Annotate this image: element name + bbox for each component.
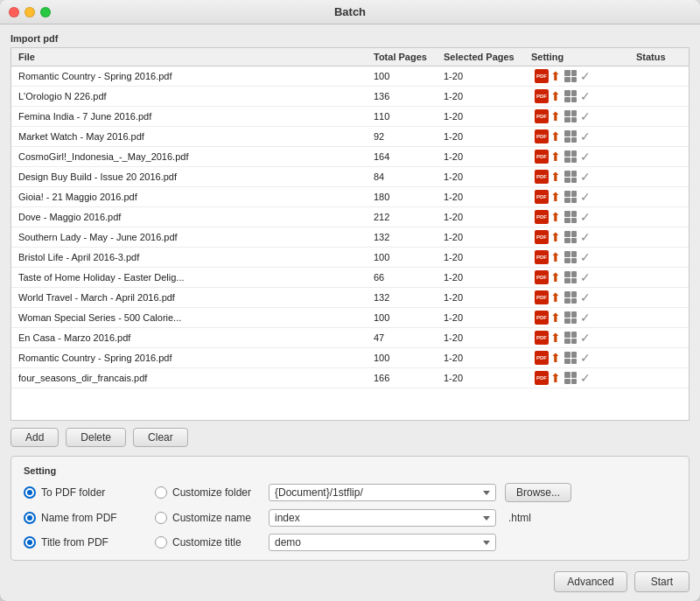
- customize-title-group: Customize title: [155, 536, 260, 549]
- bottom-buttons: Advanced Start: [10, 571, 690, 592]
- table-row[interactable]: Woman Special Series - 500 Calorie...100…: [11, 308, 689, 328]
- selected-pages: 1-20: [440, 271, 528, 283]
- customize-folder-group: Customize folder: [155, 486, 260, 499]
- setting-icons-cell[interactable]: PDF ⬆ ✓: [528, 369, 633, 387]
- total-pages: 100: [370, 70, 440, 82]
- setting-icons-cell[interactable]: PDF ⬆ ✓: [528, 349, 633, 367]
- check-icon: ✓: [580, 331, 591, 345]
- table-row[interactable]: four_seasons_dir_francais.pdf1661-20 PDF…: [11, 368, 689, 388]
- table-row[interactable]: En Casa - Marzo 2016.pdf471-20 PDF ⬆ ✓: [11, 328, 689, 348]
- window-title: Batch: [334, 5, 366, 18]
- advanced-button[interactable]: Advanced: [554, 571, 626, 592]
- table-row[interactable]: Femina India - 7 June 2016.pdf1101-20 PD…: [11, 107, 689, 127]
- setting-icons-cell[interactable]: PDF ⬆ ✓: [528, 67, 633, 85]
- table-row[interactable]: World Travel - March - April 2016.pdf132…: [11, 288, 689, 308]
- setting-icons-cell[interactable]: PDF ⬆ ✓: [528, 108, 633, 125]
- folder-dropdown[interactable]: {Document}/1stflip/: [269, 484, 496, 501]
- clear-button[interactable]: Clear: [133, 428, 188, 447]
- pdf-icon: PDF: [535, 371, 549, 385]
- to-pdf-folder-radio[interactable]: [24, 486, 36, 499]
- table-row[interactable]: Romantic Country - Spring 2016.pdf1001-2…: [11, 348, 689, 368]
- file-name: World Travel - March - April 2016.pdf: [15, 291, 370, 304]
- total-pages: 132: [370, 291, 440, 304]
- table-body[interactable]: Romantic Country - Spring 2016.pdf1001-2…: [11, 66, 689, 420]
- file-name: four_seasons_dir_francais.pdf: [15, 372, 370, 384]
- title-dropdown[interactable]: demo: [269, 534, 496, 551]
- setting-icons-cell[interactable]: PDF ⬆ ✓: [528, 128, 633, 145]
- setting-icons-cell[interactable]: PDF ⬆ ✓: [528, 289, 633, 306]
- pdf-icon: PDF: [535, 89, 549, 103]
- title-from-pdf-radio[interactable]: [24, 536, 36, 549]
- table-row[interactable]: CosmoGirl!_Indonesia_-_May_2016.pdf1641-…: [11, 147, 689, 167]
- total-pages: 84: [370, 171, 440, 183]
- file-name: Taste of Home Holiday - Easter Delig...: [15, 271, 370, 283]
- start-button[interactable]: Start: [634, 571, 690, 592]
- maximize-button[interactable]: [40, 7, 51, 17]
- table-row[interactable]: Romantic Country - Spring 2016.pdf1001-2…: [11, 66, 689, 87]
- table-row[interactable]: Market Watch - May 2016.pdf921-20 PDF ⬆ …: [11, 127, 689, 147]
- selected-pages: 1-20: [440, 171, 528, 183]
- name-from-pdf-radio[interactable]: [24, 512, 36, 524]
- grid-icon: [564, 251, 577, 263]
- setting-icons-cell[interactable]: PDF ⬆ ✓: [528, 168, 633, 185]
- check-icon: ✓: [580, 270, 591, 284]
- upload-icon: ⬆: [550, 271, 561, 283]
- delete-button[interactable]: Delete: [66, 428, 126, 447]
- grid-icon: [564, 311, 577, 324]
- file-name: Femina India - 7 June 2016.pdf: [15, 110, 370, 122]
- status-cell: [633, 75, 685, 77]
- customize-name-radio[interactable]: [155, 512, 167, 524]
- check-icon: ✓: [580, 311, 591, 325]
- total-pages: 136: [370, 90, 440, 102]
- status-cell: [633, 216, 685, 218]
- selected-pages: 1-20: [440, 332, 528, 344]
- table-row[interactable]: Gioia! - 21 Maggio 2016.pdf1801-20 PDF ⬆…: [11, 187, 689, 207]
- name-dropdown[interactable]: index: [269, 509, 496, 527]
- selected-pages: 1-20: [440, 90, 528, 102]
- setting-icons-cell[interactable]: PDF ⬆ ✓: [528, 248, 633, 266]
- setting-icons-cell[interactable]: PDF ⬆ ✓: [528, 188, 633, 206]
- check-icon: ✓: [580, 250, 591, 264]
- setting-icons-cell[interactable]: PDF ⬆ ✓: [528, 329, 633, 346]
- pdf-icon: PDF: [535, 230, 549, 244]
- table-row[interactable]: Design Buy Build - Issue 20 2016.pdf841-…: [11, 167, 689, 187]
- grid-icon: [564, 191, 577, 203]
- table-row[interactable]: L'Orologio N 226.pdf1361-20 PDF ⬆ ✓: [11, 87, 689, 107]
- setting-icons-cell[interactable]: PDF ⬆ ✓: [528, 208, 633, 226]
- table-row[interactable]: Taste of Home Holiday - Easter Delig...6…: [11, 268, 689, 288]
- customize-title-radio[interactable]: [155, 536, 167, 549]
- upload-icon: ⬆: [550, 70, 561, 82]
- customize-title-label: Customize title: [172, 536, 242, 549]
- main-content: Import pdf File Total Pages Selected Pag…: [0, 24, 700, 601]
- customize-folder-radio[interactable]: [155, 486, 167, 499]
- close-button[interactable]: [9, 7, 19, 17]
- table-row[interactable]: Southern Lady - May - June 2016.pdf1321-…: [11, 227, 689, 248]
- table-row[interactable]: Bristol Life - April 2016-3.pdf1001-20 P…: [11, 248, 689, 268]
- table-row[interactable]: Dove - Maggio 2016.pdf2121-20 PDF ⬆ ✓: [11, 207, 689, 227]
- setting-icons-cell[interactable]: PDF ⬆ ✓: [528, 148, 633, 165]
- check-icon: ✓: [580, 129, 591, 143]
- file-name: Southern Lady - May - June 2016.pdf: [15, 231, 370, 243]
- check-icon: ✓: [580, 371, 591, 385]
- setting-icons-cell[interactable]: PDF ⬆ ✓: [528, 87, 633, 105]
- setting-icons-cell[interactable]: PDF ⬆ ✓: [528, 309, 633, 326]
- setting-icons-cell[interactable]: PDF ⬆ ✓: [528, 228, 633, 246]
- grid-icon: [564, 372, 577, 384]
- minimize-button[interactable]: [24, 7, 35, 17]
- upload-icon: ⬆: [550, 211, 561, 223]
- selected-pages: 1-20: [440, 231, 528, 243]
- pdf-icon: PDF: [535, 290, 549, 304]
- check-icon: ✓: [580, 230, 591, 244]
- setting-icons-cell[interactable]: PDF ⬆ ✓: [528, 269, 633, 286]
- total-pages: 100: [370, 352, 440, 364]
- pdf-icon: PDF: [535, 331, 549, 345]
- customize-folder-label: Customize folder: [172, 486, 251, 499]
- selected-pages: 1-20: [440, 130, 528, 143]
- file-name: Romantic Country - Spring 2016.pdf: [15, 352, 370, 364]
- add-button[interactable]: Add: [10, 428, 59, 447]
- setting-row-3: Title from PDF Customize title demo: [24, 534, 676, 551]
- setting-row-1: To PDF folder Customize folder {Document…: [24, 483, 676, 502]
- file-name: Market Watch - May 2016.pdf: [15, 130, 370, 143]
- selected-pages: 1-20: [440, 291, 528, 304]
- browse-button[interactable]: Browse...: [505, 483, 571, 502]
